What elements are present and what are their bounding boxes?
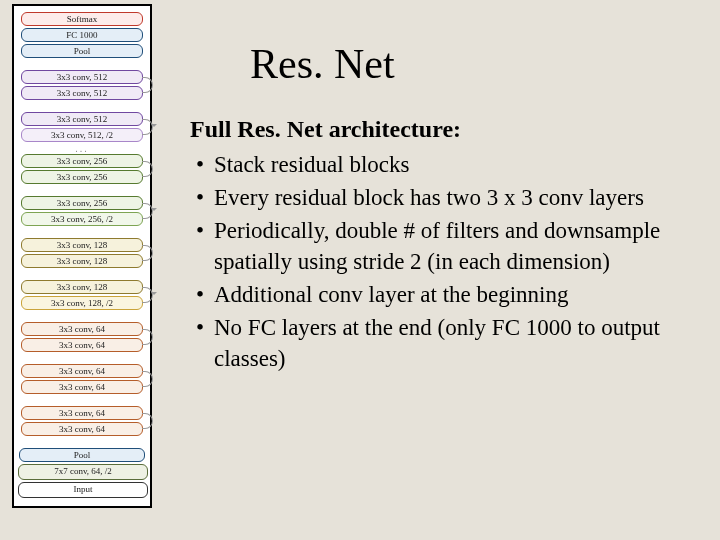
bullet-item: Additional conv layer at the beginning [190,279,700,310]
skip-connection-down [142,203,153,219]
layer-pool-top: Pool [21,44,143,58]
layer-conv64: 3x3 conv, 64 [21,322,143,336]
layer-conv128: 3x3 conv, 128 [21,238,143,252]
layer-conv512: 3x3 conv, 512 [21,86,143,100]
page-title: Res. Net [250,40,700,88]
residual-block-64: 3x3 conv, 64 3x3 conv, 64 [18,364,146,394]
residual-block-256: 3x3 conv, 256 3x3 conv, 256, /2 [18,196,146,226]
skip-connection [142,161,153,177]
layer-conv128: 3x3 conv, 128 [21,254,143,268]
skip-connection [142,245,153,261]
layer-conv128-stride: 3x3 conv, 128, /2 [21,296,143,310]
layer-pool-bottom: Pool [19,448,145,462]
residual-block-64: 3x3 conv, 64 3x3 conv, 64 [18,322,146,352]
layer-conv512: 3x3 conv, 512 [21,112,143,126]
group-separator [18,102,146,110]
layer-conv64: 3x3 conv, 64 [21,380,143,394]
bullet-item: Every residual block has two 3 x 3 conv … [190,182,700,213]
bullet-item: No FC layers at the end (only FC 1000 to… [190,312,700,374]
group-separator [18,354,146,362]
layer-conv512: 3x3 conv, 512 [21,70,143,84]
bullet-item: Stack residual blocks [190,149,700,180]
residual-block-128: 3x3 conv, 128 3x3 conv, 128 [18,238,146,268]
layer-conv256: 3x3 conv, 256 [21,154,143,168]
group-separator [18,60,146,68]
residual-block-64: 3x3 conv, 64 3x3 conv, 64 [18,406,146,436]
layer-conv64: 3x3 conv, 64 [21,406,143,420]
group-separator [18,396,146,404]
group-separator [18,270,146,278]
group-separator [18,312,146,320]
skip-connection [142,413,153,429]
skip-connection [142,329,153,345]
layer-conv64: 3x3 conv, 64 [21,422,143,436]
bullet-item: Periodically, double # of filters and do… [190,215,700,277]
group-separator [18,438,146,446]
group-separator [18,186,146,194]
layer-conv64: 3x3 conv, 64 [21,364,143,378]
group-separator [18,228,146,236]
layer-conv7x7: 7x7 conv, 64, /2 [18,464,148,480]
residual-block-512: 3x3 conv, 512 3x3 conv, 512, /2 [18,112,146,142]
residual-block-256: 3x3 conv, 256 3x3 conv, 256 [18,154,146,184]
subheading: Full Res. Net architecture: [190,116,700,143]
skip-connection [142,371,153,387]
layer-fc1000: FC 1000 [21,28,143,42]
skip-connection [142,77,153,93]
resnet-diagram: Softmax FC 1000 Pool 3x3 conv, 512 3x3 c… [12,4,152,508]
dots-icon: ... [75,143,89,154]
residual-block-512: 3x3 conv, 512 3x3 conv, 512 [18,70,146,100]
layer-softmax: Softmax [21,12,143,26]
layer-conv64: 3x3 conv, 64 [21,338,143,352]
bullet-list: Stack residual blocks Every residual blo… [190,149,700,374]
skip-connection-down [142,287,153,303]
layer-conv256: 3x3 conv, 256 [21,170,143,184]
layer-conv512-stride: 3x3 conv, 512, /2 [21,128,143,142]
residual-block-128: 3x3 conv, 128 3x3 conv, 128, /2 [18,280,146,310]
layer-input: Input [18,482,148,498]
skip-connection-down [142,119,153,135]
layer-conv256: 3x3 conv, 256 [21,196,143,210]
text-column: Res. Net Full Res. Net architecture: Sta… [190,40,700,376]
layer-conv128: 3x3 conv, 128 [21,280,143,294]
layer-conv256-stride: 3x3 conv, 256, /2 [21,212,143,226]
ellipsis-gap: ... [18,144,146,152]
